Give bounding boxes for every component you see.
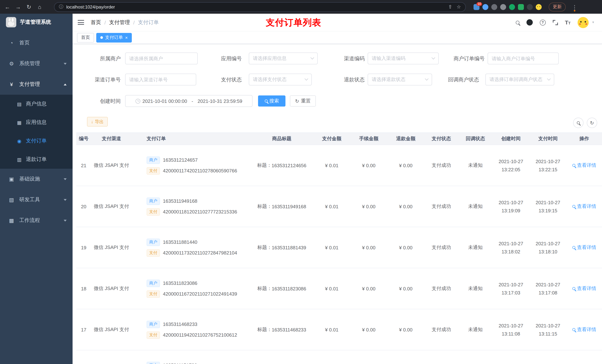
- merchant-input[interactable]: [125, 52, 198, 64]
- share-icon[interactable]: ⇧: [448, 4, 452, 10]
- sidebar-item-app-info[interactable]: ▦ 应用信息: [0, 113, 73, 132]
- notify-status-label: 回调商户状态: [427, 74, 479, 85]
- chevron-down-icon: [64, 219, 67, 221]
- extension-icon[interactable]: [483, 4, 488, 10]
- refund-status-select[interactable]: 请选择退款状态: [368, 74, 432, 85]
- merchant-order-no-field[interactable]: [492, 56, 555, 61]
- toggle-search-button[interactable]: [573, 118, 583, 128]
- sidebar-item-label: 研发工具: [19, 197, 40, 203]
- table-row: 19 微信 JSAPI 支付 商户 1635311881440 支付 42000…: [76, 227, 602, 268]
- search-button[interactable]: 搜索: [258, 95, 285, 106]
- view-details-link[interactable]: 查看详情: [572, 285, 596, 292]
- tab-pay-order[interactable]: 支付订单 ×: [96, 33, 132, 42]
- cell-refund: ¥ 0.00: [387, 327, 424, 332]
- cell-channel: 微信 JSAPI 支付: [91, 326, 132, 333]
- chevron-down-icon: [304, 77, 308, 80]
- header-actions: ? TT ▼: [516, 17, 595, 28]
- fullscreen-icon[interactable]: [553, 20, 558, 25]
- pay-tag: 支付: [147, 208, 160, 216]
- channel-code-select[interactable]: 请输入渠道编码: [368, 52, 439, 64]
- channel-order-no-field[interactable]: [129, 77, 192, 82]
- help-icon[interactable]: ?: [540, 20, 546, 25]
- merchant-order-no: 1635311151786: [163, 363, 197, 364]
- col-id: 编号: [76, 135, 91, 142]
- reset-button-label: 重置: [301, 98, 311, 104]
- create-date: 2021-10-27: [499, 322, 523, 329]
- bookmark-star-icon[interactable]: ☆: [457, 4, 461, 10]
- merchant-order-no: 1635311823086: [163, 281, 197, 286]
- browser-menu-icon[interactable]: ⋮: [572, 4, 577, 10]
- sidebar-item-pay-order[interactable]: ◉ 支付订单: [0, 132, 73, 150]
- merchant-order-no-input[interactable]: [488, 52, 559, 64]
- breadcrumb-payment[interactable]: 支付管理: [109, 19, 130, 26]
- user-avatar[interactable]: [578, 17, 589, 28]
- refresh-table-button[interactable]: ↻: [587, 118, 597, 128]
- forward-icon[interactable]: →: [14, 4, 22, 10]
- extension-icon[interactable]: [491, 4, 497, 10]
- url-bar[interactable]: ⓘ localhost:1024/pay/order ⇧ ☆: [54, 2, 466, 12]
- view-details-link[interactable]: 查看详情: [572, 326, 596, 333]
- view-details-link[interactable]: 查看详情: [572, 203, 596, 210]
- sidebar-item-home[interactable]: ◔ 首页: [0, 32, 73, 53]
- github-icon[interactable]: [527, 19, 533, 26]
- pay-order-no: 4200001167202110271022491439: [163, 291, 237, 297]
- info-icon[interactable]: ⓘ: [59, 4, 63, 10]
- app-id-select[interactable]: 请选择应用信息: [249, 52, 318, 64]
- extensions-area: 10: [473, 4, 542, 10]
- export-button[interactable]: ↓ 导出: [87, 117, 108, 126]
- merchant-order-no: 1635311881440: [163, 239, 197, 245]
- sidebar-item-payment[interactable]: ¥ 支付管理: [0, 74, 73, 95]
- home-icon[interactable]: ⌂: [36, 4, 43, 10]
- page-title: 支付订单列表: [266, 16, 321, 28]
- tab-home[interactable]: 首页: [77, 33, 94, 42]
- cell-channel: 微信 JSAPI 支付: [91, 285, 132, 292]
- create-time-label: 创建时间: [80, 95, 121, 107]
- profile-avatar-icon[interactable]: [536, 4, 542, 10]
- notify-status-select[interactable]: 请选择订单回调商户状态: [485, 74, 554, 85]
- cell-amount: ¥ 0.01: [313, 163, 350, 168]
- close-icon[interactable]: ×: [125, 35, 128, 40]
- extension-icon[interactable]: [527, 4, 533, 10]
- search-icon[interactable]: [516, 21, 519, 24]
- view-details-label: 查看详情: [577, 326, 596, 333]
- sidebar-item-merchant-info[interactable]: ▤ 商户信息: [0, 95, 73, 113]
- view-details-link[interactable]: 查看详情: [572, 244, 596, 251]
- cell-pay-order: 商户 1635311151786 支付: [132, 362, 250, 364]
- sidebar-item-label: 支付管理: [19, 81, 40, 88]
- create-time-range-picker[interactable]: 2021-10-01 00:00:00 - 2021-10-31 23:59:5…: [125, 95, 252, 107]
- browser-update-button[interactable]: 更新: [549, 2, 566, 11]
- reset-button[interactable]: ↻ 重置: [290, 95, 316, 106]
- create-time: 13:19:09: [499, 207, 523, 214]
- extension-icon[interactable]: [500, 4, 506, 10]
- merchant-tag: 商户: [147, 239, 160, 246]
- extension-icon[interactable]: 10: [473, 4, 479, 10]
- app-header: 首页 / 支付管理 / 支付订单 支付订单列表 ? TT ▼: [73, 14, 602, 31]
- sidebar-item-devtools[interactable]: ▧ 研发工具: [0, 189, 73, 210]
- placeholder-text: 请输入渠道编码: [372, 55, 405, 62]
- app-logo[interactable]: 芋道管理系统: [0, 14, 73, 31]
- placeholder-text: 请选择应用信息: [253, 55, 287, 62]
- sidebar-item-infra[interactable]: ▣ 基础设施: [0, 169, 73, 189]
- sidebar-toggle-icon[interactable]: [78, 20, 84, 25]
- extension-icon[interactable]: [509, 4, 515, 10]
- pay-status-select[interactable]: 请选择支付状态: [249, 74, 312, 85]
- breadcrumb-home[interactable]: 首页: [91, 19, 101, 26]
- sidebar-item-refund-order[interactable]: ▥ 退款订单: [0, 150, 73, 169]
- cell-pay-order: 商户 1635311881440 支付 42000011732021102728…: [132, 239, 250, 257]
- back-icon[interactable]: ←: [4, 4, 11, 10]
- search-icon: [265, 100, 268, 103]
- cell-refund: ¥ 0.00: [387, 245, 424, 250]
- pay-order-no: 4200001173202110272847982104: [163, 250, 237, 256]
- font-size-icon[interactable]: TT: [565, 19, 571, 26]
- extension-icon[interactable]: [518, 4, 524, 10]
- view-details-link[interactable]: 查看详情: [572, 162, 596, 169]
- reload-icon[interactable]: ↻: [25, 3, 32, 10]
- merchant-tag: 商户: [147, 156, 160, 164]
- create-time: 13:11:08: [499, 331, 523, 337]
- sidebar-item-workflow[interactable]: ▩ 工作流程: [0, 210, 73, 231]
- cell-refund: ¥ 0.00: [387, 204, 424, 209]
- merchant-input-field[interactable]: [129, 56, 194, 61]
- channel-order-no-input[interactable]: [125, 74, 196, 85]
- sidebar-item-system[interactable]: ⚙ 系统管理: [0, 53, 73, 74]
- view-icon: [572, 205, 575, 208]
